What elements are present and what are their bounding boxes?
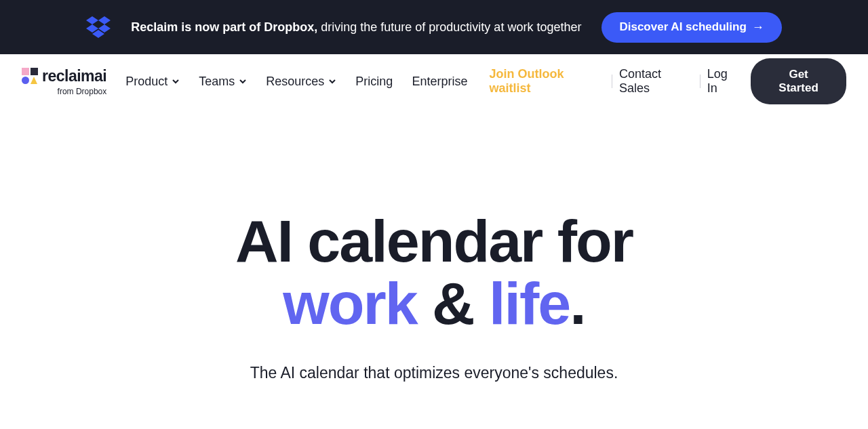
banner-text-rest: driving the future of productivity at wo…	[317, 20, 581, 34]
nav-contact-sales[interactable]: Contact Sales	[619, 67, 693, 96]
discover-ai-scheduling-button[interactable]: Discover AI scheduling →	[601, 12, 781, 43]
nav-pricing-label: Pricing	[355, 75, 393, 89]
nav-divider	[612, 75, 612, 88]
logo-mark-icon	[22, 68, 38, 84]
hero-period: .	[570, 270, 585, 337]
nav-product[interactable]: Product	[125, 75, 180, 89]
logo-text: reclaimai	[42, 67, 106, 85]
hero-word-work: work	[283, 270, 416, 337]
nav-items: Product Teams Resources Pricing Enterpri…	[125, 75, 467, 89]
get-started-label: Get Started	[778, 68, 818, 94]
nav-divider	[700, 75, 701, 88]
logo[interactable]: reclaimai from Dropbox	[22, 67, 106, 96]
hero-subtitle: The AI calendar that optimizes everyone'…	[0, 364, 868, 382]
nav-login[interactable]: Log In	[707, 67, 741, 96]
banner-text: Reclaim is now part of Dropbox, driving …	[131, 20, 581, 35]
announcement-banner: Reclaim is now part of Dropbox, driving …	[0, 0, 868, 54]
chevron-down-icon	[172, 77, 180, 85]
nav-enterprise-label: Enterprise	[412, 75, 467, 89]
nav-login-label: Log In	[707, 67, 728, 95]
hero-line1: AI calendar for	[235, 207, 633, 274]
banner-text-bold: Reclaim is now part of Dropbox,	[131, 20, 317, 34]
hero-amp: &	[417, 270, 489, 337]
arrow-right-icon: →	[752, 20, 764, 35]
nav-outlook-waitlist[interactable]: Join Outlook waitlist	[489, 67, 605, 96]
chevron-down-icon	[328, 77, 336, 85]
nav-product-label: Product	[125, 75, 167, 89]
nav-teams[interactable]: Teams	[199, 75, 247, 89]
banner-button-label: Discover AI scheduling	[619, 20, 746, 34]
logo-subtitle: from Dropbox	[58, 87, 107, 96]
nav-contact-label: Contact Sales	[619, 67, 661, 95]
nav-resources[interactable]: Resources	[266, 75, 336, 89]
nav-teams-label: Teams	[199, 75, 235, 89]
hero-title: AI calendar for work & life.	[0, 210, 868, 335]
get-started-button[interactable]: Get Started	[751, 58, 846, 104]
hero-section: AI calendar for work & life. The AI cale…	[0, 108, 868, 382]
nav-enterprise[interactable]: Enterprise	[412, 75, 467, 89]
main-navbar: reclaimai from Dropbox Product Teams Res…	[0, 54, 868, 108]
nav-resources-label: Resources	[266, 75, 324, 89]
hero-word-life: life	[489, 270, 570, 337]
nav-outlook-label: Join Outlook waitlist	[489, 67, 564, 95]
chevron-down-icon	[239, 77, 247, 85]
dropbox-icon	[86, 16, 111, 38]
nav-pricing[interactable]: Pricing	[355, 75, 393, 89]
